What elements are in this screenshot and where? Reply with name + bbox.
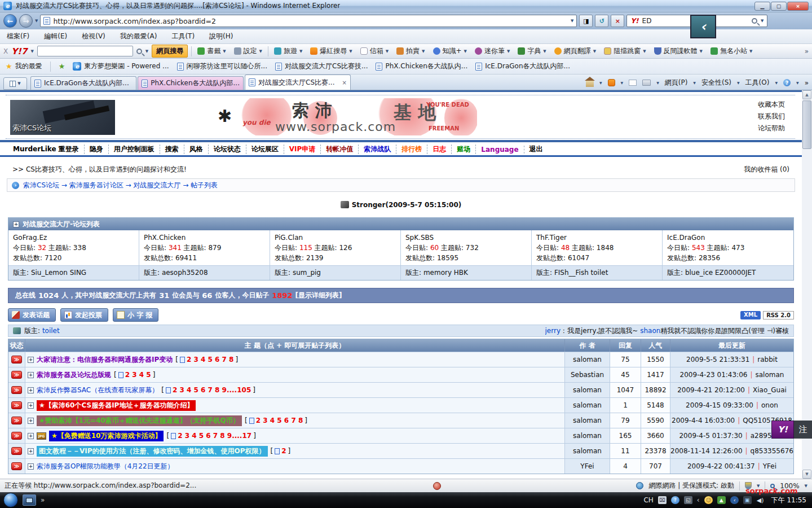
- nav-language[interactable]: Language: [476, 146, 524, 154]
- nav-forum-zones[interactable]: 论坛展区: [246, 144, 284, 154]
- expand-icon[interactable]: +: [28, 433, 34, 439]
- help-icon[interactable]: ?: [783, 79, 791, 86]
- nav-relogin[interactable]: MurderLike 重登录: [8, 144, 85, 154]
- expand-icon[interactable]: +: [28, 357, 34, 363]
- forum-name[interactable]: PiG.Clan: [275, 233, 396, 243]
- nav-user-panel[interactable]: 用户控制面板: [109, 144, 160, 154]
- yahoo-logo-dropdown-icon[interactable]: ▼: [30, 49, 33, 54]
- url-dropdown-icon[interactable]: ▼: [571, 19, 573, 23]
- bookmark-page-link[interactable]: 收藏本页: [758, 99, 785, 111]
- forum-help-link[interactable]: 论坛帮助: [758, 122, 785, 134]
- msn-swoosh-icon[interactable]: ‹: [730, 496, 739, 504]
- add-favorite-icon[interactable]: ★: [59, 62, 65, 71]
- yahoo-hot-search-button[interactable]: 爆紅搜尋▼: [308, 45, 354, 57]
- favorite-item[interactable]: IcE.DraGon各大战队内部...: [475, 62, 570, 71]
- print-icon[interactable]: [642, 80, 651, 86]
- yahoo-auction-button[interactable]: 拍賣▼: [394, 45, 427, 57]
- forum-moderators[interactable]: 版主: blue_ice EZ00000JET: [663, 266, 793, 280]
- search-value[interactable]: ED: [642, 17, 652, 25]
- nav-forum-status[interactable]: 论坛状态: [209, 144, 246, 154]
- forum-moderators[interactable]: 版主: memory HBK: [401, 266, 532, 280]
- nav-invisible[interactable]: 隐身: [85, 144, 109, 154]
- forum-moderators[interactable]: 版主: sum_pig: [270, 266, 401, 280]
- tools-menu[interactable]: 工具(O): [745, 78, 770, 87]
- network-icon[interactable]: ▣: [743, 496, 752, 504]
- thread-author[interactable]: saloman: [565, 428, 610, 443]
- tab-close-icon[interactable]: ×: [342, 80, 347, 86]
- thread-last-poster[interactable]: saloman: [755, 371, 784, 379]
- yahoo-knowledge-button[interactable]: 知識+▼: [431, 45, 469, 57]
- collapse-icon[interactable]: +: [13, 221, 19, 227]
- menu-help[interactable]: 說明(H): [209, 32, 233, 41]
- quick-tabs-button[interactable]: ▼: [3, 77, 27, 90]
- thread-pages[interactable]: [2 3 4 5 6 7 8]: [245, 417, 307, 424]
- forum-name[interactable]: GoFrag.Ez: [13, 233, 134, 243]
- thread-author[interactable]: saloman: [565, 444, 610, 458]
- yahoo-search-input[interactable]: [37, 46, 133, 56]
- taskbar-app-icon[interactable]: [23, 494, 36, 506]
- scroll-down-icon[interactable]: ▼: [802, 470, 811, 479]
- forum-moderators[interactable]: 版主: aesoph35208: [139, 266, 270, 280]
- favorite-item[interactable]: e東方夢想樂園 - Powered ...: [73, 62, 169, 71]
- maximize-button[interactable]: ▢: [771, 2, 787, 11]
- zoom-dropdown-icon[interactable]: ▼: [805, 484, 807, 488]
- messenger-smiley-icon[interactable]: ☺: [704, 496, 713, 504]
- help-tray-icon[interactable]: ?: [671, 496, 679, 504]
- feeds-icon[interactable]: [608, 79, 615, 86]
- close-button[interactable]: ×: [787, 2, 809, 11]
- forum-name[interactable]: PhX.Chicken: [144, 233, 265, 243]
- thread-pages[interactable]: [2 3 4 5 6 7 8 9....105]: [161, 386, 255, 394]
- favorite-item[interactable]: 对战服交流大厅CS比赛技...: [275, 62, 368, 71]
- tab-active[interactable]: 对战服交流大厅CS比赛...×: [245, 75, 351, 90]
- menu-tools[interactable]: 工具(T): [171, 32, 195, 41]
- menu-edit[interactable]: 編輯(E): [44, 32, 67, 41]
- page-menu[interactable]: 網頁(P): [665, 78, 688, 87]
- thread-title-link[interactable]: 大家请注意：电信服务器和网通服务器IP变动: [37, 355, 173, 365]
- tab-phx-chicken[interactable]: PhX.Chicken各大战队内部...: [138, 76, 244, 90]
- scroll-up-icon[interactable]: ▲: [802, 90, 811, 99]
- show-detail-link[interactable]: [显示详细列表]: [295, 291, 342, 300]
- language-indicator[interactable]: CH: [643, 496, 653, 504]
- yahoo-search-dropdown-icon[interactable]: ▼: [145, 49, 148, 54]
- nav-logout[interactable]: 退出: [524, 144, 548, 154]
- toolbar-close-button[interactable]: X: [3, 47, 8, 55]
- back-button[interactable]: ←: [3, 14, 17, 28]
- breadcrumb-links[interactable]: 索沛CS论坛 → 索沛服务器讨论区 → 对战服交流大厅 → 帖子列表: [23, 181, 218, 190]
- favorite-item[interactable]: PhX.Chicken各大战队内...: [376, 62, 467, 71]
- menu-file[interactable]: 檔案(F): [7, 32, 29, 41]
- yahoo-logo[interactable]: Y!7: [11, 46, 27, 56]
- thread-pages[interactable]: [2 3 4 5]: [114, 371, 155, 379]
- yahoo-minipen-button[interactable]: 迷你筆▼: [473, 45, 512, 57]
- nav-clan[interactable]: 索沛战队: [359, 144, 396, 154]
- nav-journal[interactable]: 日志: [427, 144, 452, 154]
- thread-author[interactable]: saloman: [565, 383, 610, 397]
- thread-title-link[interactable]: 索沛反作弊器SAC（在线查看玩家屏幕）: [37, 386, 158, 395]
- messenger-popup[interactable]: Y! 注: [771, 421, 812, 439]
- yahoo-popup-blocker-button[interactable]: 阻擋跳窗▼: [602, 45, 648, 57]
- expand-icon[interactable]: +: [28, 387, 34, 393]
- stop-button[interactable]: ×: [611, 15, 624, 27]
- xml-badge[interactable]: XML: [740, 311, 761, 319]
- yahoo-mail-button[interactable]: 信箱▼: [358, 45, 391, 57]
- search-icon[interactable]: [752, 18, 757, 24]
- thread-title-link[interactable]: 索沛服务器及论坛总版规: [37, 370, 111, 380]
- inbox-link[interactable]: 我的收件箱 (0): [744, 165, 789, 175]
- thread-author[interactable]: Sebastian: [565, 367, 610, 382]
- yahoo-bookmarks-button[interactable]: 書籤▼: [195, 45, 228, 57]
- thread-last-poster[interactable]: YFei: [763, 462, 776, 470]
- nav-style[interactable]: 风格: [184, 144, 209, 154]
- volume-icon[interactable]: ◀): [756, 496, 765, 504]
- menu-favorites[interactable]: 我的最愛(A): [120, 32, 157, 41]
- home-icon[interactable]: [586, 81, 594, 87]
- nav-casino[interactable]: 赌场: [452, 144, 476, 154]
- search-dropdown-icon[interactable]: ▼: [761, 19, 764, 23]
- read-mail-icon[interactable]: [629, 80, 637, 86]
- yahoo-settings-button[interactable]: 設定▼: [232, 45, 264, 57]
- expand-icon[interactable]: +: [28, 418, 34, 424]
- expand-icon[interactable]: +: [28, 463, 34, 470]
- nav-recharge[interactable]: 转帐冲值: [321, 144, 359, 154]
- yahoo-translate-button[interactable]: 網頁翻譯▼: [552, 45, 598, 57]
- url-text[interactable]: http://www.sorpack.com/index.asp?boardid…: [53, 17, 216, 25]
- keyboard-icon[interactable]: ⌧: [658, 496, 667, 504]
- web-search-button[interactable]: 網頁搜尋: [152, 45, 188, 58]
